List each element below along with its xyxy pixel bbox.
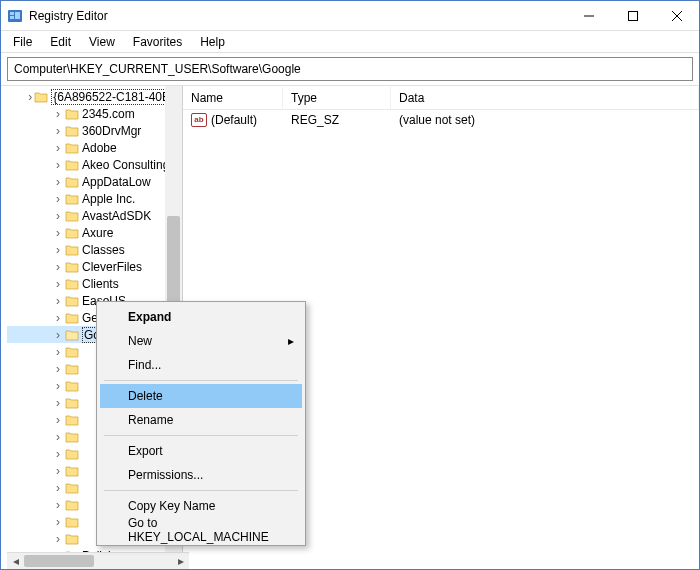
tree-item[interactable]: ›Akeo Consulting	[7, 156, 182, 173]
folder-icon	[65, 448, 79, 460]
folder-icon	[65, 346, 79, 358]
hscroll-thumb[interactable]	[24, 555, 94, 567]
context-menu-item[interactable]: Export	[100, 439, 302, 463]
value-row[interactable]: ab (Default) REG_SZ (value not set)	[183, 110, 699, 130]
expand-icon[interactable]: ›	[51, 362, 65, 376]
col-name[interactable]: Name	[183, 87, 283, 109]
folder-icon	[65, 176, 79, 188]
folder-icon	[65, 227, 79, 239]
tree-item[interactable]: ›Classes	[7, 241, 182, 258]
expand-icon[interactable]: ›	[51, 141, 65, 155]
folder-icon	[65, 380, 79, 392]
menu-item-label: Export	[128, 444, 163, 458]
svg-rect-1	[10, 12, 14, 15]
expand-icon[interactable]: ›	[51, 481, 65, 495]
address-input[interactable]	[12, 61, 688, 77]
menu-edit[interactable]: Edit	[42, 33, 79, 51]
expand-icon[interactable]: ›	[51, 124, 65, 138]
expand-icon[interactable]: ›	[51, 532, 65, 546]
folder-icon	[65, 397, 79, 409]
expand-icon[interactable]: ›	[51, 498, 65, 512]
submenu-arrow-icon: ▸	[288, 334, 294, 348]
menu-item-label: Expand	[128, 310, 171, 324]
expand-icon[interactable]: ›	[26, 90, 34, 104]
expand-icon[interactable]: ›	[51, 447, 65, 461]
expand-icon[interactable]: ›	[51, 328, 65, 342]
expand-icon[interactable]: ›	[51, 209, 65, 223]
context-menu-item[interactable]: Go to HKEY_LOCAL_MACHINE	[100, 518, 302, 542]
tree-item[interactable]: ›AppDataLow	[7, 173, 182, 190]
expand-icon[interactable]: ›	[51, 175, 65, 189]
folder-icon	[65, 210, 79, 222]
context-menu-item[interactable]: Find...	[100, 353, 302, 377]
tree-item-label: AvastAdSDK	[82, 209, 151, 223]
menu-item-label: Delete	[128, 389, 163, 403]
tree-item-label: Clients	[82, 277, 119, 291]
context-menu-item[interactable]: Delete	[100, 384, 302, 408]
expand-icon[interactable]: ›	[51, 413, 65, 427]
menu-favorites[interactable]: Favorites	[125, 33, 190, 51]
expand-icon[interactable]: ›	[51, 107, 65, 121]
folder-icon	[65, 278, 79, 290]
expand-icon[interactable]: ›	[51, 243, 65, 257]
value-type: REG_SZ	[283, 113, 391, 127]
tree-item[interactable]: ›{6A896522-C181-40B...	[7, 88, 182, 105]
close-button[interactable]	[655, 2, 699, 30]
folder-icon	[65, 125, 79, 137]
tree-item[interactable]: ›AvastAdSDK	[7, 207, 182, 224]
expand-icon[interactable]: ›	[51, 396, 65, 410]
titlebar: Registry Editor	[1, 1, 699, 31]
context-menu-item[interactable]: New▸	[100, 329, 302, 353]
tree-item[interactable]: ›Axure	[7, 224, 182, 241]
expand-icon[interactable]: ›	[51, 379, 65, 393]
expand-icon[interactable]: ›	[51, 158, 65, 172]
context-menu-item[interactable]: Copy Key Name	[100, 494, 302, 518]
expand-icon[interactable]: ›	[51, 226, 65, 240]
menu-help[interactable]: Help	[192, 33, 233, 51]
expand-icon[interactable]: ›	[51, 277, 65, 291]
hscroll-right-icon[interactable]: ▸	[172, 553, 189, 570]
context-menu-item[interactable]: Expand	[100, 305, 302, 329]
col-data[interactable]: Data	[391, 87, 699, 109]
expand-icon[interactable]: ›	[51, 430, 65, 444]
expand-icon[interactable]: ›	[51, 192, 65, 206]
address-bar[interactable]	[7, 57, 693, 81]
tree-item-label: {6A896522-C181-40B...	[51, 89, 182, 105]
tree-vscroll-thumb[interactable]	[167, 216, 180, 306]
tree-item-label: AppDataLow	[82, 175, 151, 189]
tree-item[interactable]: ›360DrvMgr	[7, 122, 182, 139]
expand-icon[interactable]: ›	[51, 515, 65, 529]
tree-item[interactable]: ›2345.com	[7, 105, 182, 122]
expand-icon[interactable]: ›	[51, 345, 65, 359]
menu-item-label: Go to HKEY_LOCAL_MACHINE	[128, 516, 278, 544]
expand-icon[interactable]: ›	[51, 464, 65, 478]
context-menu-item[interactable]: Permissions...	[100, 463, 302, 487]
minimize-button[interactable]	[567, 2, 611, 30]
tree-item[interactable]: ›Clients	[7, 275, 182, 292]
hscroll-track[interactable]	[24, 553, 172, 569]
context-menu: ExpandNew▸Find...DeleteRenameExportPermi…	[96, 301, 306, 546]
tree-item-label: 360DrvMgr	[82, 124, 141, 138]
menu-file[interactable]: File	[5, 33, 40, 51]
expand-icon[interactable]: ›	[51, 294, 65, 308]
expand-icon[interactable]: ›	[51, 260, 65, 274]
folder-icon	[65, 142, 79, 154]
svg-rect-3	[15, 12, 20, 19]
menu-item-label: Copy Key Name	[128, 499, 215, 513]
menu-item-label: New	[128, 334, 152, 348]
menu-view[interactable]: View	[81, 33, 123, 51]
maximize-button[interactable]	[611, 2, 655, 30]
context-menu-item[interactable]: Rename	[100, 408, 302, 432]
hscroll-left-icon[interactable]: ◂	[7, 553, 24, 570]
tree-item-label: Akeo Consulting	[82, 158, 169, 172]
folder-icon	[65, 312, 79, 324]
tree-item[interactable]: ›Adobe	[7, 139, 182, 156]
tree-item[interactable]: ›CleverFiles	[7, 258, 182, 275]
col-type[interactable]: Type	[283, 87, 391, 109]
tree-hscrollbar[interactable]: ◂ ▸	[7, 552, 189, 569]
value-name: (Default)	[211, 113, 257, 127]
window-title: Registry Editor	[29, 9, 567, 23]
string-value-icon: ab	[191, 113, 207, 127]
tree-item[interactable]: ›Apple Inc.	[7, 190, 182, 207]
expand-icon[interactable]: ›	[51, 311, 65, 325]
